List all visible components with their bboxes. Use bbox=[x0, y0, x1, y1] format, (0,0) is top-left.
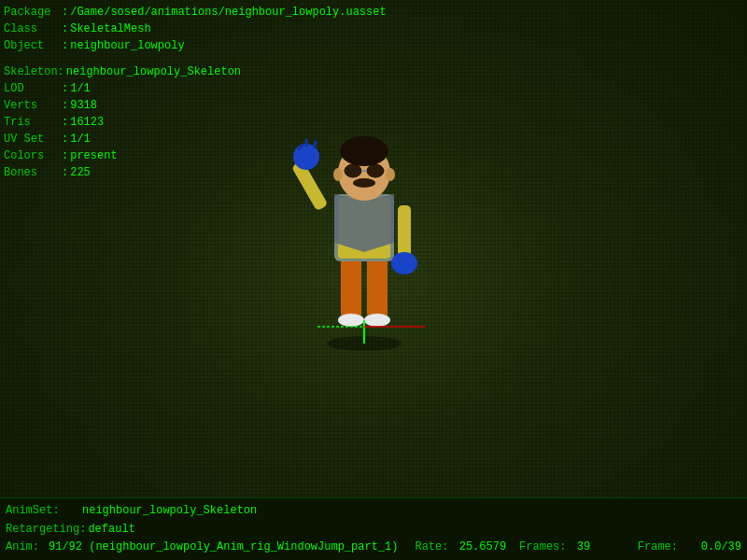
object-value: neighbour_lowpoly bbox=[70, 37, 184, 54]
frame-value: 0.0/39 bbox=[701, 539, 741, 556]
svg-point-3 bbox=[338, 314, 364, 327]
retargeting-label: Retargeting: bbox=[6, 521, 86, 539]
anim-row: Anim: 91/92 (neighbour_lowpoly_Anim_rig_… bbox=[6, 539, 741, 556]
retargeting-value: default bbox=[88, 521, 134, 539]
verts-label: Verts bbox=[4, 97, 60, 114]
svg-rect-1 bbox=[341, 257, 361, 317]
class-row: Class : SkeletalMesh bbox=[4, 21, 387, 37]
object-row: Object : neighbour_lowpoly bbox=[4, 37, 387, 54]
frames-value: 39 bbox=[577, 540, 590, 553]
uvset-row: UV Set : 1/1 bbox=[4, 131, 387, 147]
colors-value: present bbox=[70, 147, 117, 164]
object-label: Object bbox=[4, 37, 60, 54]
skeleton-value: neighbour_lowpoly_Skeleton bbox=[66, 63, 241, 80]
skeleton-row: Skeleton: neighbour_lowpoly_Skeleton bbox=[4, 63, 387, 80]
rate-label: Rate: bbox=[415, 540, 448, 553]
class-label: Class bbox=[4, 21, 60, 37]
svg-point-4 bbox=[364, 314, 390, 327]
colors-row: Colors : present bbox=[4, 147, 387, 164]
skeleton-label: Skeleton: bbox=[4, 63, 64, 80]
package-row: Package : /Game/sosed/animations/neighbo… bbox=[4, 4, 387, 21]
frames-label: Frames: bbox=[519, 540, 566, 553]
svg-rect-22 bbox=[398, 205, 411, 257]
tris-row: Tris : 16123 bbox=[4, 114, 387, 131]
tris-label: Tris bbox=[4, 114, 60, 131]
retargeting-row: Retargeting: default bbox=[6, 521, 741, 539]
svg-point-11 bbox=[386, 168, 395, 181]
class-value: SkeletalMesh bbox=[70, 21, 150, 37]
verts-value: 9318 bbox=[70, 97, 97, 114]
lod-row: LOD : 1/1 bbox=[4, 80, 387, 97]
rate-value: 25.6579 bbox=[459, 540, 506, 553]
anim-value: 91/92 (neighbour_lowpoly_Anim_rig_Window… bbox=[49, 539, 398, 556]
animset-row: AnimSet: neighbour_lowpoly_Skeleton bbox=[6, 502, 741, 520]
verts-row: Verts : 9318 bbox=[4, 97, 387, 114]
animset-label: AnimSet: bbox=[6, 502, 80, 520]
bones-value: 225 bbox=[70, 164, 91, 181]
lod-label: LOD bbox=[4, 80, 60, 97]
svg-marker-7 bbox=[334, 194, 394, 252]
anim-label: Anim: bbox=[6, 539, 43, 556]
bones-label: Bones bbox=[4, 164, 60, 181]
animset-value: neighbour_lowpoly_Skeleton bbox=[82, 502, 257, 520]
frame-label: Frame: bbox=[638, 539, 694, 556]
uvset-value: 1/1 bbox=[70, 131, 91, 147]
bones-row: Bones : 225 bbox=[4, 164, 387, 181]
lod-value: 1/1 bbox=[70, 80, 91, 97]
svg-point-23 bbox=[391, 252, 417, 274]
uvset-label: UV Set bbox=[4, 131, 60, 147]
package-value: /Game/sosed/animations/neighbour_lowpoly… bbox=[70, 4, 386, 21]
colors-label: Colors bbox=[4, 147, 60, 164]
bottom-bar: AnimSet: neighbour_lowpoly_Skeleton Reta… bbox=[0, 497, 747, 560]
info-panel: Package : /Game/sosed/animations/neighbo… bbox=[4, 4, 387, 181]
svg-rect-2 bbox=[367, 257, 388, 317]
package-label: Package bbox=[4, 4, 60, 21]
tris-value: 16123 bbox=[70, 114, 104, 131]
